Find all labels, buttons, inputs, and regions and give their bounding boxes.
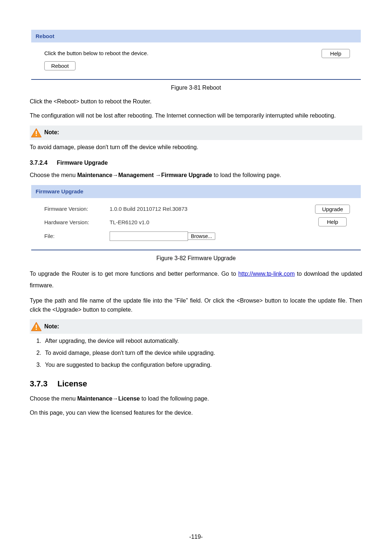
list-item: To avoid damage, please don't turn off t… xyxy=(43,349,362,358)
note-2-list: After upgrading, the device will reboot … xyxy=(43,337,362,369)
svg-rect-2 xyxy=(36,135,37,136)
paragraph-license-view: On this page, you can view the licensed … xyxy=(30,409,362,418)
paragraph-upgrade-goto: To upgrade the Router is to get more fun… xyxy=(30,268,362,291)
help-button[interactable]: Help xyxy=(322,49,350,58)
paragraph-firmware-menu: Choose the menu Maintenance→Management →… xyxy=(30,171,362,180)
svg-rect-5 xyxy=(36,329,37,330)
hardware-version-value: TL-ER6120 v1.0 xyxy=(110,218,226,226)
list-item: You are suggested to backup the configur… xyxy=(43,361,362,370)
text-span: Choose the menu xyxy=(30,172,77,178)
help-button[interactable]: Help xyxy=(318,217,347,226)
reboot-button[interactable]: Reboot xyxy=(44,61,75,70)
warning-icon xyxy=(30,321,42,332)
file-label: File: xyxy=(44,232,110,240)
list-item: After upgrading, the device will reboot … xyxy=(43,337,362,346)
note-1-text: To avoid damage, please don't turn off t… xyxy=(30,143,362,152)
firmware-version-value: 1.0.0 Build 20110712 Rel.30873 xyxy=(110,205,226,213)
paragraph-license-menu: Choose the menu Maintenance→License to l… xyxy=(30,394,362,403)
reboot-instruction: Click the button below to reboot the dev… xyxy=(44,49,313,57)
paragraph-reboot-config: The configuration will not be lost after… xyxy=(30,111,362,120)
paragraph-upgrade-file: Type the path and file name of the updat… xyxy=(30,296,362,315)
note-label: Note: xyxy=(44,128,59,137)
browse-button[interactable]: Browse... xyxy=(188,233,215,240)
firmware-version-label: Firmware Version: xyxy=(44,205,110,213)
note-label: Note: xyxy=(44,322,59,331)
heading-number: 3.7.3 xyxy=(30,378,55,390)
paragraph-reboot-click: Click the <Reboot> button to reboot the … xyxy=(30,97,362,106)
text-span: To upgrade the Router is to get more fun… xyxy=(30,271,238,277)
text-span: to load the following page. xyxy=(140,395,209,402)
page-number: -119- xyxy=(0,533,392,542)
menu-path-bold: Maintenance→License xyxy=(77,395,140,402)
reboot-panel-title: Reboot xyxy=(31,30,361,42)
upgrade-button[interactable]: Upgrade xyxy=(315,205,350,214)
text-span: to load the following page. xyxy=(212,172,281,178)
text-span: Choose the menu xyxy=(30,395,77,402)
heading-number: 3.7.2.4 xyxy=(30,159,55,168)
warning-icon xyxy=(30,128,42,138)
heading-title: Firmware Upgrade xyxy=(57,160,107,166)
svg-rect-4 xyxy=(36,325,37,328)
heading-3-7-3: 3.7.3 License xyxy=(30,378,362,390)
note-bar-1: Note: xyxy=(30,126,362,140)
reboot-panel: Reboot Click the button below to reboot … xyxy=(31,30,361,80)
heading-3-7-2-4: 3.7.2.4 Firmware Upgrade xyxy=(30,159,362,168)
firmware-panel-title: Firmware Upgrade xyxy=(31,185,361,198)
menu-path-bold: Maintenance→Management →Firmware Upgrade xyxy=(77,172,212,178)
tplink-link[interactable]: http://www.tp-link.com xyxy=(238,271,295,277)
note-bar-2: Note: xyxy=(30,319,362,334)
firmware-upgrade-panel: Firmware Upgrade Firmware Version: 1.0.0… xyxy=(31,185,361,250)
figure-81-caption: Figure 3-81 Reboot xyxy=(30,83,362,93)
svg-rect-1 xyxy=(36,131,37,134)
heading-title: License xyxy=(57,379,87,388)
file-input[interactable] xyxy=(110,231,188,241)
figure-82-caption: Figure 3-82 Firmware Upgrade xyxy=(30,254,362,263)
hardware-version-label: Hardware Version: xyxy=(44,218,110,226)
